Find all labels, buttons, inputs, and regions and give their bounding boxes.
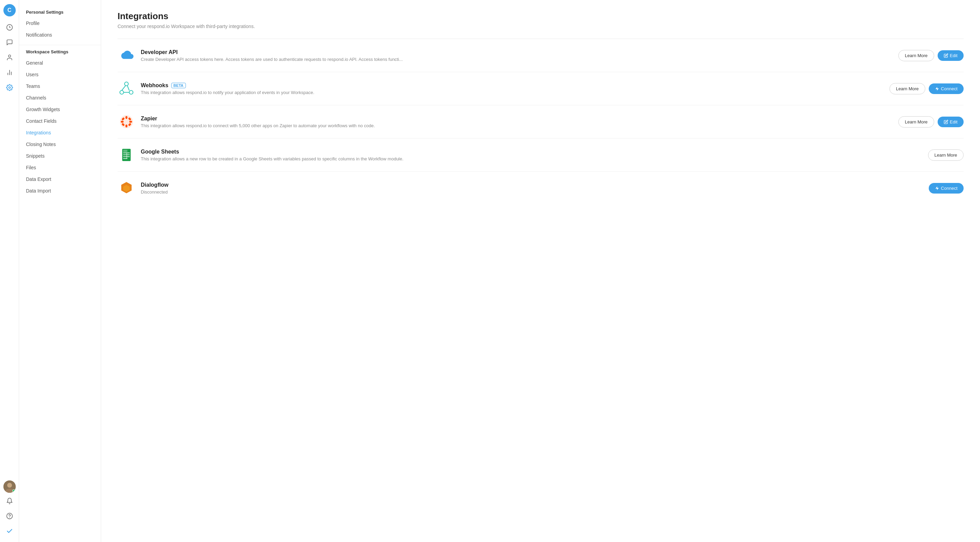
svg-rect-20 [126, 116, 127, 119]
webhooks-connect-button[interactable]: Connect [929, 83, 964, 94]
svg-point-13 [120, 91, 124, 94]
sidebar-item-files[interactable]: Files [19, 162, 101, 174]
dialogflow-actions: Connect [929, 183, 964, 194]
google-sheets-name: Google Sheets [141, 149, 923, 155]
workspace-avatar[interactable]: C [3, 4, 16, 16]
google-sheets-desc: This integration allows a new row to be … [141, 156, 407, 161]
sidebar-item-notifications[interactable]: Notifications [19, 29, 101, 41]
page-subtitle: Connect your respond.io Workspace with t… [118, 24, 964, 29]
sidebar-item-teams[interactable]: Teams [19, 80, 101, 92]
online-indicator [12, 489, 15, 493]
zapier-icon [118, 113, 135, 131]
integration-row-dialogflow: Dialogflow Disconnected Connect [118, 172, 964, 204]
sidebar-item-contact-fields[interactable]: Contact Fields [19, 115, 101, 127]
svg-rect-22 [121, 121, 124, 123]
main-content: Integrations Connect your respond.io Wor… [101, 0, 980, 542]
sidebar-item-snippets[interactable]: Snippets [19, 150, 101, 162]
workspace-settings-title: Workspace Settings [19, 49, 101, 57]
developer-api-actions: Learn More Edit [898, 50, 964, 61]
webhooks-icon [118, 80, 135, 97]
icon-nav: C [0, 0, 19, 542]
sidebar-item-general[interactable]: General [19, 57, 101, 69]
google-sheets-info: Google Sheets This integration allows a … [141, 149, 923, 161]
zapier-learn-more-button[interactable]: Learn More [898, 116, 934, 128]
page-title: Integrations [118, 11, 964, 22]
svg-point-15 [125, 82, 129, 86]
dialogflow-info: Dialogflow Disconnected [141, 182, 923, 194]
svg-rect-23 [129, 121, 132, 123]
contacts-icon[interactable] [3, 51, 16, 64]
sidebar-item-closing-notes[interactable]: Closing Notes [19, 139, 101, 150]
zapier-name: Zapier [141, 116, 893, 122]
developer-api-icon [118, 46, 135, 64]
analytics-icon[interactable] [3, 65, 16, 79]
sidebar-item-integrations[interactable]: Integrations [19, 127, 101, 139]
svg-line-17 [127, 86, 129, 91]
webhooks-info: Webhooks BETA This integration allows re… [141, 83, 884, 95]
sidebar-item-users[interactable]: Users [19, 69, 101, 80]
integration-row-developer-api: Developer API Create Developer API acces… [118, 39, 964, 72]
notifications-bell-icon[interactable] [3, 494, 16, 508]
sidebar: Personal Settings Profile Notifications … [19, 0, 101, 542]
sidebar-item-channels[interactable]: Channels [19, 92, 101, 104]
sidebar-item-growth-widgets[interactable]: Growth Widgets [19, 104, 101, 115]
zapier-actions: Learn More Edit [898, 116, 964, 128]
sidebar-item-data-export[interactable]: Data Export [19, 174, 101, 185]
user-avatar[interactable] [3, 480, 16, 493]
beta-badge: BETA [171, 83, 186, 88]
help-icon[interactable] [3, 509, 16, 523]
developer-api-info: Developer API Create Developer API acces… [141, 49, 893, 62]
dialogflow-icon [118, 179, 135, 197]
google-sheets-actions: Learn More [928, 150, 964, 161]
dialogflow-connect-button[interactable]: Connect [929, 183, 964, 194]
integration-row-google-sheets: Google Sheets This integration allows a … [118, 139, 964, 172]
svg-rect-34 [123, 150, 127, 152]
personal-settings-title: Personal Settings [19, 10, 101, 18]
sidebar-divider [19, 45, 101, 45]
dashboard-icon[interactable] [3, 21, 16, 34]
svg-point-7 [8, 87, 10, 89]
developer-api-edit-button[interactable]: Edit [938, 50, 964, 61]
dialogflow-desc: Disconnected [141, 190, 407, 194]
developer-api-desc: Create Developer API access tokens here.… [141, 57, 407, 62]
webhooks-name: Webhooks BETA [141, 83, 884, 89]
webhooks-actions: Learn More Connect [889, 83, 964, 94]
developer-api-name: Developer API [141, 49, 893, 56]
integration-row-zapier: Zapier This integration allows respond.i… [118, 105, 964, 139]
svg-rect-21 [126, 124, 127, 127]
zapier-info: Zapier This integration allows respond.i… [141, 116, 893, 128]
sidebar-item-profile[interactable]: Profile [19, 18, 101, 29]
dialogflow-name: Dialogflow [141, 182, 923, 188]
developer-api-learn-more-button[interactable]: Learn More [898, 50, 934, 61]
zapier-edit-button[interactable]: Edit [938, 116, 964, 127]
google-sheets-learn-more-button[interactable]: Learn More [928, 150, 964, 161]
svg-rect-33 [126, 153, 127, 159]
integration-row-webhooks: Webhooks BETA This integration allows re… [118, 72, 964, 105]
google-sheets-icon [118, 146, 135, 164]
zapier-desc: This integration allows respond.io to co… [141, 123, 407, 128]
svg-line-16 [122, 86, 126, 91]
check-icon[interactable] [3, 524, 16, 538]
settings-icon[interactable] [3, 81, 16, 94]
svg-point-14 [129, 91, 133, 94]
svg-point-9 [7, 483, 12, 488]
svg-point-3 [8, 55, 11, 57]
webhooks-desc: This integration allows respond.io to no… [141, 90, 407, 95]
webhooks-learn-more-button[interactable]: Learn More [889, 83, 925, 94]
sidebar-item-data-import[interactable]: Data Import [19, 185, 101, 197]
messages-icon[interactable] [3, 35, 16, 49]
